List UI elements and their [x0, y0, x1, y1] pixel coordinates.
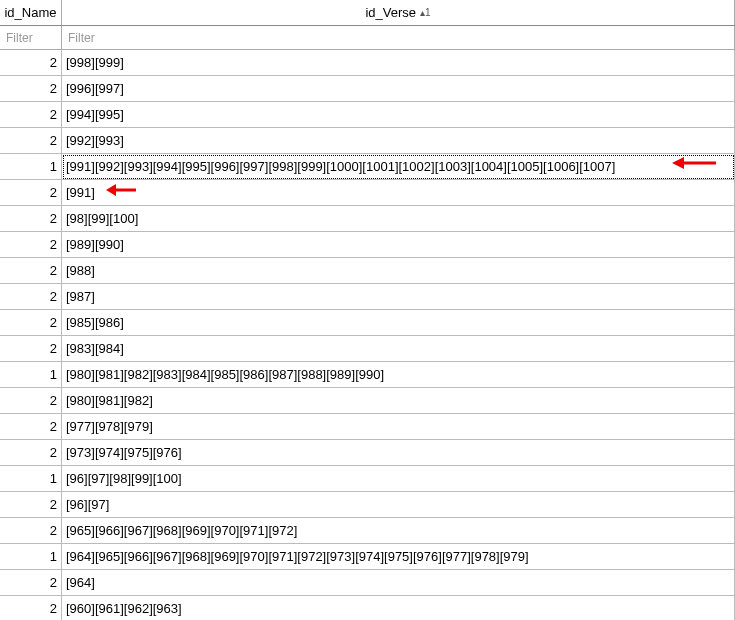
table-row[interactable]: 2[983][984] — [0, 336, 735, 362]
table-row[interactable]: 2[964] — [0, 570, 735, 596]
filter-cell-id-name — [0, 26, 62, 49]
table-row[interactable]: 2[96][97] — [0, 492, 735, 518]
cell-id-verse[interactable]: [965][966][967][968][969][970][971][972] — [62, 518, 735, 544]
cell-id-name[interactable]: 1 — [0, 154, 62, 180]
cell-id-verse[interactable]: [987] — [62, 284, 735, 310]
cell-id-name[interactable]: 2 — [0, 50, 62, 76]
cell-id-name[interactable]: 2 — [0, 414, 62, 440]
table-row[interactable]: 1[980][981][982][983][984][985][986][987… — [0, 362, 735, 388]
cell-id-verse[interactable]: [980][981][982][983][984][985][986][987]… — [62, 362, 735, 388]
cell-id-name[interactable]: 2 — [0, 258, 62, 284]
table-row[interactable]: 2[977][978][979] — [0, 414, 735, 440]
cell-id-name[interactable]: 2 — [0, 440, 62, 466]
cell-id-verse[interactable]: [992][993] — [62, 128, 735, 154]
cell-id-name[interactable]: 2 — [0, 128, 62, 154]
grid-filter-row — [0, 26, 735, 50]
cell-id-verse[interactable]: [994][995] — [62, 102, 735, 128]
table-row[interactable]: 1[96][97][98][99][100] — [0, 466, 735, 492]
cell-id-verse[interactable]: [964] — [62, 570, 735, 596]
cell-id-name[interactable]: 2 — [0, 76, 62, 102]
table-row[interactable]: 2[985][986] — [0, 310, 735, 336]
cell-id-verse[interactable]: [973][974][975][976] — [62, 440, 735, 466]
cell-id-name[interactable]: 2 — [0, 492, 62, 518]
cell-id-name[interactable]: 2 — [0, 518, 62, 544]
column-header-id-verse[interactable]: id_Verse ▴1 — [62, 0, 735, 25]
column-header-label: id_Verse — [365, 5, 416, 20]
table-row[interactable]: 1[964][965][966][967][968][969][970][971… — [0, 544, 735, 570]
cell-id-verse[interactable]: [996][997] — [62, 76, 735, 102]
cell-id-name[interactable]: 2 — [0, 388, 62, 414]
cell-id-verse[interactable]: [998][999] — [62, 50, 735, 76]
cell-id-name[interactable]: 1 — [0, 466, 62, 492]
table-row[interactable]: 2[992][993] — [0, 128, 735, 154]
cell-id-name[interactable]: 1 — [0, 544, 62, 570]
cell-id-verse[interactable]: [977][978][979] — [62, 414, 735, 440]
cell-id-name[interactable]: 2 — [0, 310, 62, 336]
data-grid: id_Name id_Verse ▴1 2[998][999]2[996][99… — [0, 0, 735, 620]
table-row[interactable]: 1[991][992][993][994][995][996][997][998… — [0, 154, 735, 180]
cell-id-verse[interactable]: [96][97][98][99][100] — [62, 466, 735, 492]
cell-id-name[interactable]: 2 — [0, 596, 62, 620]
cell-id-name[interactable]: 2 — [0, 232, 62, 258]
table-row[interactable]: 2[996][997] — [0, 76, 735, 102]
table-row[interactable]: 2[998][999] — [0, 50, 735, 76]
table-row[interactable]: 2[973][974][975][976] — [0, 440, 735, 466]
cell-id-verse[interactable]: [964][965][966][967][968][969][970][971]… — [62, 544, 735, 570]
table-row[interactable]: 2[991] — [0, 180, 735, 206]
filter-input-id-verse[interactable] — [66, 30, 730, 46]
cell-id-verse[interactable]: [980][981][982] — [62, 388, 735, 414]
table-row[interactable]: 2[98][99][100] — [0, 206, 735, 232]
table-row[interactable]: 2[989][990] — [0, 232, 735, 258]
cell-id-name[interactable]: 2 — [0, 102, 62, 128]
cell-id-name[interactable]: 2 — [0, 570, 62, 596]
grid-header-row: id_Name id_Verse ▴1 — [0, 0, 735, 26]
table-row[interactable]: 2[980][981][982] — [0, 388, 735, 414]
grid-body: 2[998][999]2[996][997]2[994][995]2[992][… — [0, 50, 735, 620]
cell-id-name[interactable]: 2 — [0, 180, 62, 206]
cell-id-verse[interactable]: [991][992][993][994][995][996][997][998]… — [62, 154, 735, 180]
table-row[interactable]: 2[960][961][962][963] — [0, 596, 735, 620]
table-row[interactable]: 2[987] — [0, 284, 735, 310]
column-header-label: id_Name — [4, 5, 56, 20]
column-header-id-name[interactable]: id_Name — [0, 0, 62, 25]
cell-id-name[interactable]: 2 — [0, 206, 62, 232]
filter-input-id-name[interactable] — [4, 30, 57, 46]
cell-id-verse[interactable]: [988] — [62, 258, 735, 284]
cell-id-verse[interactable]: [989][990] — [62, 232, 735, 258]
sort-indicator-icon: ▴1 — [420, 7, 431, 18]
table-row[interactable]: 2[994][995] — [0, 102, 735, 128]
cell-id-verse[interactable]: [96][97] — [62, 492, 735, 518]
cell-id-verse[interactable]: [960][961][962][963] — [62, 596, 735, 620]
cell-id-name[interactable]: 2 — [0, 284, 62, 310]
cell-id-verse[interactable]: [983][984] — [62, 336, 735, 362]
table-row[interactable]: 2[965][966][967][968][969][970][971][972… — [0, 518, 735, 544]
cell-id-name[interactable]: 1 — [0, 362, 62, 388]
filter-cell-id-verse — [62, 26, 735, 49]
cell-id-verse[interactable]: [98][99][100] — [62, 206, 735, 232]
cell-id-verse[interactable]: [991] — [62, 180, 735, 206]
cell-id-verse[interactable]: [985][986] — [62, 310, 735, 336]
table-row[interactable]: 2[988] — [0, 258, 735, 284]
cell-id-name[interactable]: 2 — [0, 336, 62, 362]
